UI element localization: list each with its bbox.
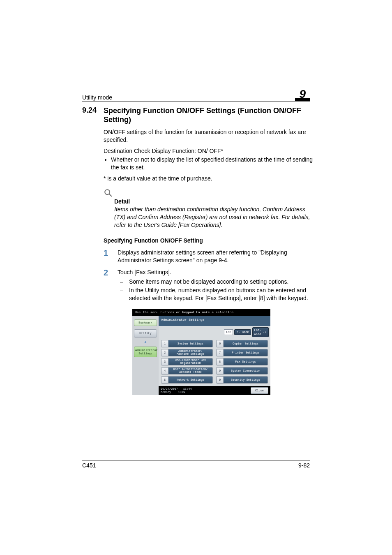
panel-instruction-bar: Use the menu buttons or keypad to make a… xyxy=(132,309,270,316)
menu-item-printer-settings[interactable]: 7 Printer Settings xyxy=(216,349,268,356)
footer-model: C451 xyxy=(82,462,96,469)
left-arrow-icon: ↑ xyxy=(236,330,238,334)
menu-item-fax-settings[interactable]: 8 Fax Settings xyxy=(216,358,268,365)
paging-row: 1/2 ↑ ← Back For- ward → ↓ xyxy=(159,326,270,338)
subheading: Specifying Function ON/OFF Setting xyxy=(104,237,314,244)
step-body: Touch [Fax Settings]. Some items may not… xyxy=(118,268,314,303)
detail-text: Items other than destination confirmatio… xyxy=(114,206,312,229)
step-text: Touch [Fax Settings]. xyxy=(118,268,314,276)
menu-item-admin-machine-settings[interactable]: 2 Administrator/ Machine Settings xyxy=(161,349,213,356)
menu-item-copier-settings[interactable]: 6 Copier Settings xyxy=(216,340,268,347)
magnifier-icon xyxy=(104,188,314,197)
menu-grid: 1 System Settings 6 Copier Settings 2 Ad… xyxy=(159,338,270,386)
forward-button[interactable]: For- ward → ↓ xyxy=(252,327,269,337)
down-arrow-icon: ↓ xyxy=(265,330,267,334)
status-mem-value: 100% xyxy=(178,391,185,394)
menu-item-number: 7 xyxy=(217,349,224,356)
breadcrumb-admin-settings[interactable]: Administrator Settings xyxy=(134,347,157,357)
menu-item-number: 8 xyxy=(217,358,224,365)
menu-item-number: 6 xyxy=(217,340,224,347)
menu-item-label: Network Settings xyxy=(168,377,212,383)
svg-line-1 xyxy=(109,194,112,197)
menu-item-number: 2 xyxy=(161,349,168,356)
menu-item-label: Copier Settings xyxy=(224,340,267,347)
running-header: Utility mode 9 xyxy=(82,89,310,102)
step-number: 1 xyxy=(104,249,118,257)
step-number: 2 xyxy=(104,268,118,277)
dest-check-bullet: Whether or not to display the list of sp… xyxy=(111,156,314,171)
touch-panel-screenshot: Use the menu buttons or keypad to make a… xyxy=(132,309,270,395)
detail-block: Detail Items other than destination conf… xyxy=(104,188,314,229)
dest-check-line: Destination Check Display Function: ON/ … xyxy=(104,147,314,155)
page-indicator: 1/2 xyxy=(224,329,233,335)
step-subitem: Some items may not be displayed accordin… xyxy=(129,278,288,286)
menu-item-system-settings[interactable]: 1 System Settings xyxy=(161,340,213,347)
right-arrow-icon: → xyxy=(262,330,264,334)
step-subitem: In the Utility mode, numbers displayed o… xyxy=(129,287,314,302)
menu-item-onetouch-userbox[interactable]: 3 One-Touch/User Box Registration xyxy=(161,358,213,365)
up-arrow-icon: ▲ xyxy=(132,340,159,344)
menu-item-label: System Connection xyxy=(224,368,267,374)
chapter-number-box: 9 xyxy=(295,89,310,101)
menu-item-security-settings[interactable]: 0 Security Settings xyxy=(216,376,268,384)
back-label: Back xyxy=(242,330,249,334)
panel-titlebar: Administrator Settings xyxy=(159,316,270,326)
forward-label: For- ward xyxy=(254,328,261,336)
manual-page: Utility mode 9 9.24 Specifying Function … xyxy=(0,0,392,555)
section-number: 9.24 xyxy=(82,106,104,115)
content-area: 9.24 Specifying Function ON/OFF Settings… xyxy=(82,106,314,395)
menu-item-label: Printer Settings xyxy=(224,349,267,356)
menu-item-number: 4 xyxy=(161,368,168,374)
menu-item-number: 5 xyxy=(161,377,168,383)
panel-instruction: Use the menu buttons or keypad to make a… xyxy=(135,310,235,314)
menu-item-user-auth[interactable]: 4 User Authentication/ Account Track xyxy=(161,367,213,375)
utility-button[interactable]: Utility xyxy=(134,329,157,338)
step-2: 2 Touch [Fax Settings]. Some items may n… xyxy=(104,268,314,303)
section-title: Specifying Function ON/OFF Settings (Fun… xyxy=(104,106,314,124)
menu-item-label: Administrator/ Machine Settings xyxy=(168,349,212,356)
status-mem-label: Memory xyxy=(161,391,171,394)
panel-main-column: Administrator Settings 1/2 ↑ ← Back For-… xyxy=(159,316,270,395)
close-button[interactable]: Close xyxy=(251,387,268,394)
status-left: 09/27/2007 15:44 Memory 100% xyxy=(161,387,192,394)
menu-item-system-connection[interactable]: 9 System Connection xyxy=(216,367,268,375)
intro-block: ON/OFF settings of the function for tran… xyxy=(104,128,314,183)
menu-item-number: 9 xyxy=(217,368,224,374)
section-heading: 9.24 Specifying Function ON/OFF Settings… xyxy=(82,106,314,124)
menu-item-label: User Authentication/ Account Track xyxy=(168,368,212,374)
step-sublist: Some items may not be displayed accordin… xyxy=(118,278,314,302)
page-footer: C451 9-82 xyxy=(82,460,310,469)
menu-item-label: Security Settings xyxy=(224,377,267,383)
menu-item-label: System Settings xyxy=(168,340,212,347)
menu-item-label: One-Touch/User Box Registration xyxy=(168,358,212,365)
menu-item-number: 1 xyxy=(161,340,168,347)
default-note: * is a default value at the time of purc… xyxy=(104,175,314,183)
status-date: 09/27/2007 xyxy=(161,387,178,391)
chapter-number: 9 xyxy=(297,88,307,100)
status-time: 15:44 xyxy=(183,387,192,391)
back-button[interactable]: ↑ ← Back xyxy=(234,329,251,335)
panel-side-column: Bookmark Utility ▲ Administrator Setting… xyxy=(132,316,159,395)
left-arrow-icon: ← xyxy=(239,330,241,334)
step-body: Displays administrator settings screen a… xyxy=(118,249,314,264)
detail-label: Detail xyxy=(114,198,314,205)
bookmark-tab[interactable]: Bookmark xyxy=(134,319,157,326)
dest-check-bullets: Whether or not to display the list of sp… xyxy=(104,156,314,171)
panel-status-bar: 09/27/2007 15:44 Memory 100% Close xyxy=(159,386,270,395)
running-title: Utility mode xyxy=(82,94,112,101)
menu-item-network-settings[interactable]: 5 Network Settings xyxy=(161,376,213,384)
menu-item-number: 0 xyxy=(217,377,224,383)
menu-item-label: Fax Settings xyxy=(224,358,267,365)
intro-paragraph: ON/OFF settings of the function for tran… xyxy=(104,128,314,144)
footer-page: 9-82 xyxy=(298,462,310,469)
menu-item-number: 3 xyxy=(161,358,168,365)
step-1: 1 Displays administrator settings screen… xyxy=(104,249,314,264)
